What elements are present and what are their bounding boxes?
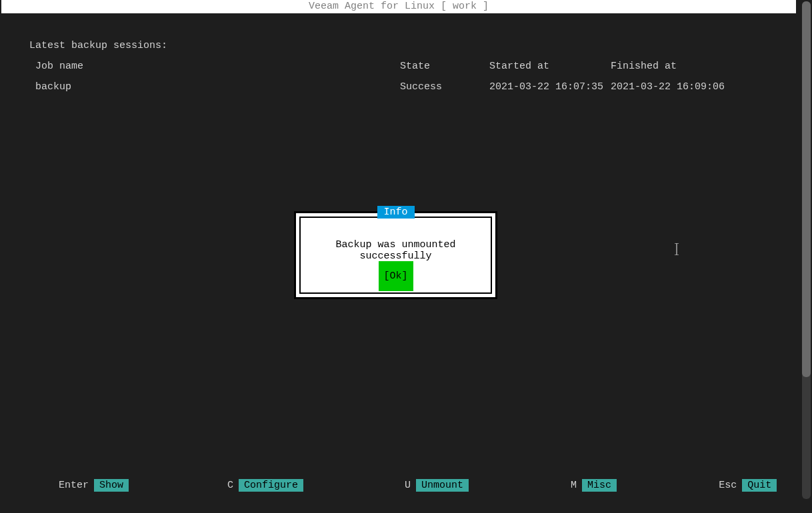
cmd-key-esc: Esc xyxy=(719,480,737,491)
header-jobname: Job name xyxy=(0,61,400,72)
ok-button[interactable]: [Ok] xyxy=(378,261,413,291)
cmd-show[interactable]: Enter Show xyxy=(59,479,129,492)
header-finished: Finished at xyxy=(611,61,744,72)
command-bar: Enter Show C Configure U Unmount M Misc … xyxy=(0,477,795,493)
dialog-border: Backup was unmounted successfully [Ok] xyxy=(299,217,492,294)
cell-jobname: backup xyxy=(0,81,400,93)
cmd-label-configure: Configure xyxy=(239,479,303,492)
section-heading: Latest backup sessions: xyxy=(0,27,795,61)
cell-started: 2021-03-22 16:07:35 xyxy=(489,81,611,93)
titlebar-text: Veeam Agent for Linux [ work ] xyxy=(309,1,489,12)
cell-state: Success xyxy=(400,81,489,93)
header-state: State xyxy=(400,61,489,72)
dialog-title: Info xyxy=(377,206,414,219)
cmd-quit[interactable]: Esc Quit xyxy=(719,479,777,492)
scrollbar-thumb[interactable] xyxy=(802,1,811,377)
cmd-label-show: Show xyxy=(94,479,129,492)
cmd-label-unmount: Unmount xyxy=(416,479,469,492)
cmd-misc[interactable]: M Misc xyxy=(571,479,617,492)
info-dialog: Info Backup was unmounted successfully [… xyxy=(294,211,497,299)
table-header: Job name State Started at Finished at xyxy=(0,61,795,81)
header-started: Started at xyxy=(489,61,611,72)
cmd-key-m: M xyxy=(571,480,577,491)
cmd-key-enter: Enter xyxy=(59,480,89,491)
app-titlebar: Veeam Agent for Linux [ work ] xyxy=(1,0,796,13)
cmd-key-u: U xyxy=(405,480,411,491)
table-row[interactable]: backup Success 2021-03-22 16:07:35 2021-… xyxy=(0,81,795,93)
cmd-configure[interactable]: C Configure xyxy=(227,479,303,492)
sessions-table: Job name State Started at Finished at ba… xyxy=(0,61,795,93)
dialog-message: Backup was unmounted successfully xyxy=(301,218,491,262)
cell-finished: 2021-03-22 16:09:06 xyxy=(611,81,744,93)
cmd-label-quit: Quit xyxy=(742,479,777,492)
scrollbar-track[interactable] xyxy=(802,1,811,499)
cmd-unmount[interactable]: U Unmount xyxy=(405,479,469,492)
cmd-label-misc: Misc xyxy=(582,479,617,492)
cmd-key-c: C xyxy=(227,480,233,491)
